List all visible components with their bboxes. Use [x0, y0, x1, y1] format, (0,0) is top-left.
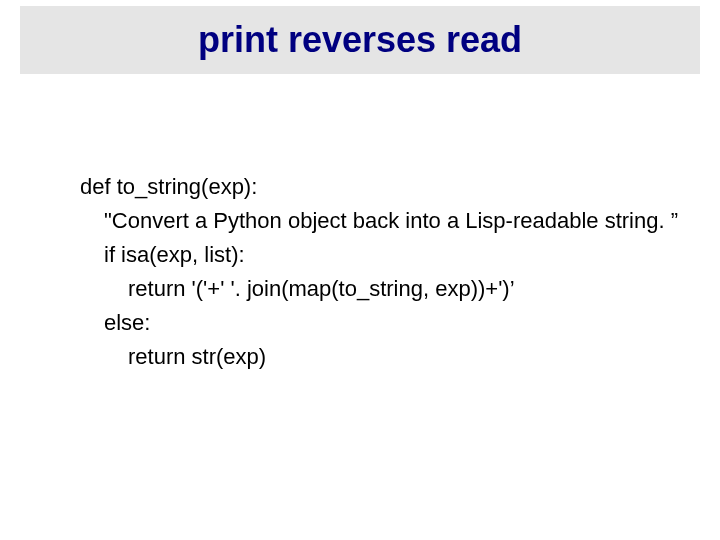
- slide-title: print reverses read: [198, 19, 522, 61]
- code-line-docstring: "Convert a Python object back into a Lis…: [80, 204, 678, 238]
- title-bar: print reverses read: [20, 6, 700, 74]
- code-line-return-join: return '('+' '. join(map(to_string, exp)…: [80, 272, 678, 306]
- code-line-def: def to_string(exp):: [80, 170, 678, 204]
- code-line-return-str: return str(exp): [80, 340, 678, 374]
- code-line-if: if isa(exp, list):: [80, 238, 678, 272]
- code-block: def to_string(exp): "Convert a Python ob…: [80, 170, 678, 375]
- code-line-else: else:: [80, 306, 678, 340]
